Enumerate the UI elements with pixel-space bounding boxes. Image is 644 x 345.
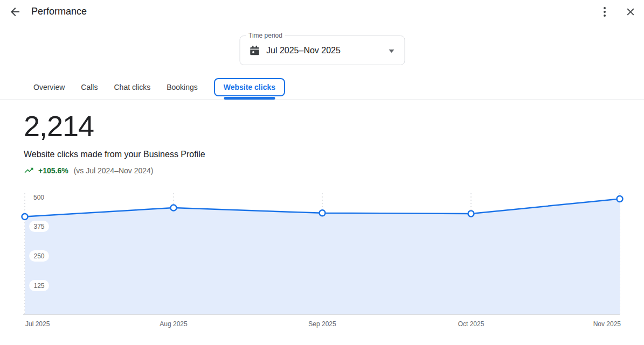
x-axis-label: Jul 2025 — [25, 320, 74, 328]
performance-panel: Performance Time period Jul 2025–Nov 202… — [0, 0, 644, 345]
tab-website-clicks[interactable]: Website clicks — [214, 78, 285, 96]
y-axis-pill: 375 — [29, 221, 49, 232]
tab-overview[interactable]: Overview — [33, 83, 65, 91]
y-axis-label: 500 — [33, 194, 44, 201]
arrow-back-icon — [9, 5, 22, 18]
tab-bar: OverviewCallsChat clicksBookingsWebsite … — [33, 78, 285, 97]
close-button[interactable] — [620, 1, 641, 23]
data-point-sep-2025[interactable] — [320, 210, 326, 216]
kebab-menu-icon — [598, 5, 611, 18]
metric-value: 2,214 — [24, 109, 205, 143]
metric-description: Website clicks made from your Business P… — [24, 150, 205, 159]
close-icon — [625, 6, 636, 18]
tabs-divider — [0, 100, 644, 100]
time-period-label: Time period — [246, 31, 285, 40]
tab-calls[interactable]: Calls — [81, 83, 98, 91]
back-button[interactable] — [4, 1, 26, 23]
x-axis-label: Aug 2025 — [149, 320, 198, 328]
data-point-oct-2025[interactable] — [468, 211, 474, 217]
data-point-nov-2025[interactable] — [617, 196, 623, 202]
tab-bookings[interactable]: Bookings — [167, 83, 198, 91]
time-period-select[interactable]: Time period Jul 2025–Nov 2025 — [239, 36, 405, 65]
dropdown-caret-icon — [389, 50, 394, 53]
chart-canvas — [0, 191, 644, 318]
trend-row: +105.6% (vs Jul 2024–Nov 2024) — [24, 165, 205, 175]
header: Performance — [0, 0, 644, 24]
metric-block: 2,214 Website clicks made from your Busi… — [24, 109, 205, 175]
y-axis-pill: 125 — [29, 280, 49, 291]
x-axis-label: Sep 2025 — [298, 320, 347, 328]
trending-up-icon — [24, 165, 34, 175]
more-options-button[interactable] — [594, 1, 615, 23]
y-axis-pill: 250 — [29, 250, 49, 262]
website-clicks-chart: 500375250125Jul 2025Aug 2025Sep 2025Oct … — [0, 191, 644, 331]
data-point-aug-2025[interactable] — [171, 205, 177, 211]
x-axis-label: Nov 2025 — [572, 320, 621, 328]
calendar-icon — [248, 45, 260, 57]
data-point-jul-2025[interactable] — [22, 214, 28, 220]
trend-comparison: (vs Jul 2024–Nov 2024) — [74, 166, 154, 175]
x-axis-label: Oct 2025 — [447, 320, 495, 328]
time-period-value: Jul 2025–Nov 2025 — [266, 46, 341, 55]
trend-change: +105.6% — [38, 166, 68, 175]
tab-chat-clicks[interactable]: Chat clicks — [114, 83, 150, 91]
page-title: Performance — [31, 6, 87, 17]
